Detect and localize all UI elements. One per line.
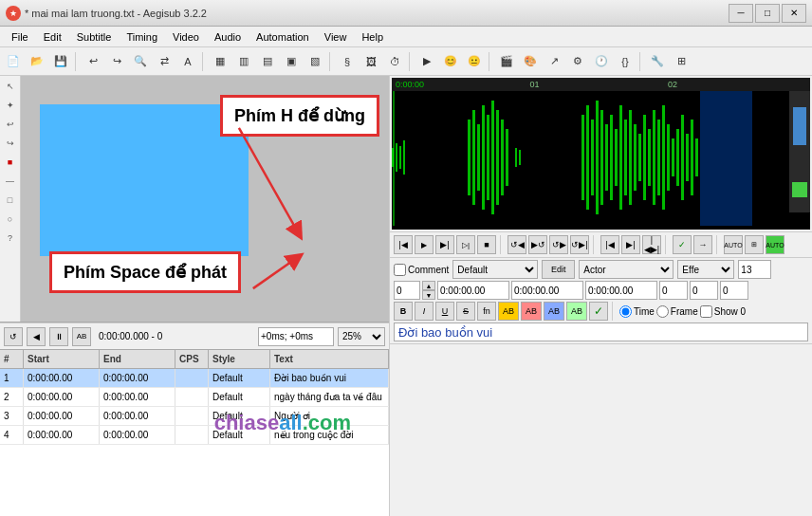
table-row[interactable]: 1 0:00:00.00 0:00:00.00 Default Đời bao … — [0, 369, 389, 388]
sidebar-question[interactable]: ? — [2, 230, 19, 247]
tb-face2[interactable]: 😐 — [463, 50, 486, 73]
tb-time[interactable]: ⏱ — [383, 50, 406, 73]
timeline-offset[interactable] — [258, 327, 334, 346]
ab4-button[interactable]: AB — [566, 302, 587, 321]
tb-play[interactable]: ▶ — [415, 50, 438, 73]
tb-new[interactable]: 📄 — [2, 50, 25, 73]
edit-button[interactable]: Edit — [542, 260, 575, 279]
tb-grid5[interactable]: ▧ — [304, 50, 326, 73]
tb-img[interactable]: 🖼 — [360, 50, 382, 73]
tb-style[interactable]: A — [176, 50, 199, 73]
menu-audio[interactable]: Audio — [207, 29, 249, 45]
menu-help[interactable]: Help — [354, 29, 391, 45]
menu-automation[interactable]: Automation — [249, 29, 317, 45]
fn-button[interactable]: fn — [477, 302, 496, 321]
tb-grid4[interactable]: ▣ — [280, 50, 303, 73]
ab3-button[interactable]: AB — [544, 302, 564, 321]
menu-subtitle[interactable]: Subtitle — [69, 29, 120, 45]
style-select[interactable]: Default — [452, 260, 538, 279]
tb-settings[interactable]: ⚙ — [566, 50, 589, 73]
layer-down[interactable]: ▼ — [422, 290, 435, 300]
subtitle-text-input[interactable] — [394, 322, 808, 341]
audio-loop-next[interactable]: ↺▶ — [549, 235, 568, 254]
tb-save[interactable]: 💾 — [49, 50, 72, 73]
sidebar-box[interactable]: □ — [2, 192, 19, 209]
tb-replace[interactable]: ⇄ — [153, 50, 175, 73]
waveform-scroll-thumb[interactable] — [793, 107, 806, 145]
comment-checkbox[interactable] — [394, 264, 406, 276]
tb-color[interactable]: 🎨 — [519, 50, 542, 73]
show0-checkbox[interactable] — [700, 305, 712, 318]
timeline-loop[interactable]: ↺ — [4, 327, 23, 346]
waveform-green-btn[interactable] — [792, 182, 807, 197]
tb-redo[interactable]: ↪ — [105, 50, 128, 73]
tb-grid2[interactable]: ▥ — [232, 50, 255, 73]
time-radio[interactable] — [619, 305, 632, 318]
frame-radio[interactable] — [656, 305, 669, 318]
tb-open[interactable]: 📂 — [26, 50, 48, 73]
tb-find[interactable]: 🔍 — [129, 50, 152, 73]
start-time[interactable] — [437, 281, 509, 300]
audio-guide1[interactable]: |◀ — [600, 235, 619, 254]
sidebar-line[interactable]: — — [2, 173, 19, 190]
audio-loop-play[interactable]: ▶↺ — [528, 235, 547, 254]
sidebar-cursor[interactable]: ↖ — [2, 78, 19, 95]
margin-r[interactable] — [690, 281, 718, 300]
margin-v[interactable] — [720, 281, 748, 300]
underline-button[interactable]: U — [435, 302, 454, 321]
minimize-button[interactable]: ─ — [729, 4, 753, 23]
menu-file[interactable]: File — [4, 29, 36, 45]
ab2-button[interactable]: AB — [521, 302, 542, 321]
effect-select[interactable]: Effe — [677, 260, 734, 279]
sidebar-oval[interactable]: ○ — [2, 211, 19, 228]
tb-grid3[interactable]: ▤ — [256, 50, 279, 73]
audio-auto1[interactable]: AUTO — [724, 235, 743, 254]
audio-next-sub[interactable]: ▶| — [435, 235, 454, 254]
audio-next-sub2[interactable]: ▷| — [456, 235, 475, 254]
duration[interactable] — [585, 281, 657, 300]
tb-grid[interactable]: ▦ — [209, 50, 231, 73]
margin-l[interactable] — [659, 281, 688, 300]
audio-loop-sub[interactable]: ↺◀ — [508, 235, 526, 254]
sidebar-redo2[interactable]: ↪ — [2, 135, 19, 152]
commit-button[interactable]: ✓ — [589, 302, 608, 321]
sidebar-stop[interactable]: ■ — [2, 154, 19, 171]
menu-edit[interactable]: Edit — [36, 29, 69, 45]
timeline-ab[interactable]: AB — [72, 327, 91, 346]
tb-face[interactable]: 😊 — [439, 50, 462, 73]
menu-timing[interactable]: Timing — [119, 29, 165, 45]
sidebar-star[interactable]: ✦ — [2, 97, 19, 114]
layer-up[interactable]: ▲ — [422, 281, 435, 290]
audio-check[interactable]: ✓ — [673, 235, 692, 254]
audio-loop-end[interactable]: ↺▶| — [570, 235, 589, 254]
audio-prev-sub[interactable]: |◀ — [394, 235, 413, 254]
italic-button[interactable]: I — [415, 302, 434, 321]
audio-guide2[interactable]: ▶| — [621, 235, 640, 254]
tb-video-open[interactable]: 🎬 — [495, 50, 518, 73]
strikethrough-button[interactable]: S — [456, 302, 475, 321]
close-button[interactable]: ✕ — [782, 4, 806, 23]
timeline-prev[interactable]: ◀ — [27, 327, 46, 346]
audio-right-arr[interactable]: → — [693, 235, 712, 254]
audio-auto2[interactable]: AUTO — [766, 235, 784, 254]
timeline-zoom[interactable]: 25%50%100% — [338, 327, 385, 346]
tb-tag[interactable]: {} — [614, 50, 637, 73]
effect-num[interactable] — [738, 260, 771, 279]
end-time[interactable] — [511, 281, 583, 300]
tb-wrench[interactable]: 🔧 — [646, 50, 669, 73]
ab1-button[interactable]: AB — [498, 302, 519, 321]
tb-frame[interactable]: ⊞ — [670, 50, 692, 73]
maximize-button[interactable]: □ — [755, 4, 780, 23]
table-row[interactable]: 2 0:00:00.00 0:00:00.00 Default ngày thá… — [0, 388, 389, 407]
layer-input[interactable] — [394, 281, 420, 300]
menu-video[interactable]: Video — [165, 29, 207, 45]
menu-view[interactable]: View — [317, 29, 355, 45]
bold-button[interactable]: B — [394, 302, 413, 321]
audio-stop[interactable]: ■ — [477, 235, 496, 254]
audio-guide3[interactable]: |◀▶| — [642, 235, 661, 254]
tb-undo[interactable]: ↩ — [82, 50, 104, 73]
tb-script[interactable]: § — [336, 50, 359, 73]
audio-snap[interactable]: ⊞ — [745, 235, 764, 254]
audio-play[interactable]: ▶ — [415, 235, 434, 254]
tb-clock[interactable]: 🕐 — [590, 50, 613, 73]
